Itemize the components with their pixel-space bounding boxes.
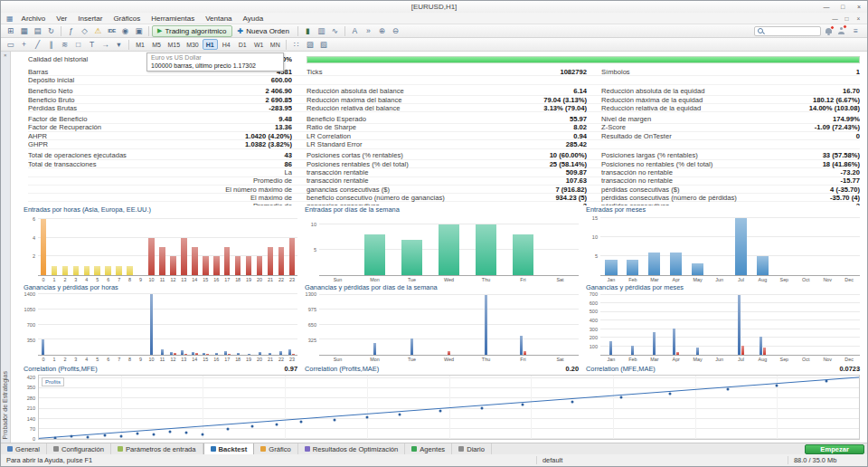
autoscroll-icon[interactable]: A <box>348 25 362 37</box>
search-icon[interactable] <box>758 28 763 33</box>
stat-label: Factor de Recuperación <box>28 123 101 131</box>
chart-close-button[interactable]: × <box>853 15 864 22</box>
stats-row: Beneficio Bruto2 690.85Reducción máxima … <box>28 96 860 104</box>
bar-group <box>731 292 752 355</box>
bar-group <box>125 292 136 355</box>
search-input[interactable] <box>765 28 816 34</box>
tab-grafico[interactable]: Gráfico <box>254 443 297 454</box>
strategy-tester-icon[interactable]: ▧ <box>316 39 330 51</box>
new-chart-icon[interactable]: ⊞ <box>4 25 17 37</box>
text-icon[interactable]: T <box>85 39 99 51</box>
objects-icon[interactable]: ◇ <box>78 25 91 37</box>
user-icon[interactable] <box>836 26 845 35</box>
x-tick-label: 21 <box>265 356 276 363</box>
chart-shift-icon[interactable]: » <box>362 25 375 37</box>
line-chart-icon[interactable]: ∿ <box>328 25 342 37</box>
scatter-point <box>439 410 442 413</box>
tab-parametros-de-entrada[interactable]: Parámetros de entrada <box>111 443 203 454</box>
chart-minimize-button[interactable]: — <box>829 15 841 22</box>
stat-label: Reducción máxima de la equidad <box>601 96 703 104</box>
hamburger-icon[interactable]: ≡ <box>849 25 863 37</box>
strip-close-icon[interactable]: × <box>4 52 7 58</box>
indicators-icon[interactable]: ƒ <box>64 25 78 37</box>
market-depth-icon[interactable]: ▨ <box>303 39 316 51</box>
cursor-icon[interactable]: ▭ <box>4 39 17 51</box>
algo-trading-button[interactable]: ▶Trading algorítmico <box>152 25 232 37</box>
scatter-point <box>480 406 483 409</box>
timeframe-m15[interactable]: M15 <box>165 39 184 50</box>
trendline-icon[interactable]: ╱ <box>31 39 44 51</box>
tab-backtest[interactable]: Backtest <box>203 443 255 454</box>
chart-restore-button[interactable]: □ <box>841 15 853 22</box>
timeframe-h4[interactable]: H4 <box>219 39 234 50</box>
candles-icon[interactable]: ▮ <box>301 25 315 37</box>
tab-agentes[interactable]: Agentes <box>405 443 452 454</box>
profits-mfe-chart: 070140210280350420Profits <box>11 374 867 443</box>
timeframe-m5[interactable]: M5 <box>149 39 165 50</box>
y-tick-label: 600 <box>590 301 598 307</box>
channel-icon[interactable]: ∥ <box>44 39 58 51</box>
start-button[interactable]: Empezar <box>805 444 864 454</box>
chart-bar <box>513 234 533 275</box>
more-tools-icon[interactable]: ▾ <box>112 39 126 51</box>
window-layout-icon[interactable]: ▤ <box>31 25 44 37</box>
x-tick-label: 6 <box>103 276 114 283</box>
tab-resultados-de-optimizacion[interactable]: Resultados de Optimización <box>298 443 406 454</box>
timeframe-m1[interactable]: M1 <box>133 39 148 50</box>
tab-general[interactable]: General <box>1 443 47 454</box>
profiles-icon[interactable]: ▦ <box>17 25 31 37</box>
menu-archivo[interactable]: Archivo <box>16 14 52 23</box>
refresh-icon[interactable]: ↻ <box>44 25 58 37</box>
stat-cell: Z-Score-1.09 (72.43%) <box>601 123 860 131</box>
new-order-button[interactable]: ✚Nueva Orden <box>232 25 295 37</box>
x-tick-label: Aug <box>751 356 773 363</box>
tab-diario[interactable]: Diario <box>452 443 492 454</box>
close-button[interactable]: × <box>851 1 867 13</box>
status-profile[interactable]: default <box>536 456 788 464</box>
tab-icon <box>118 446 123 452</box>
correlation-0: Correlation (Profits,MFE)0.97 <box>24 365 297 373</box>
shapes-icon[interactable]: □ <box>71 39 85 51</box>
tooltip-symbol-name: Euro vs US Dollar <box>151 54 279 62</box>
market-icon[interactable]: ▣ <box>132 25 146 37</box>
x-tick-label: Jan <box>600 276 622 283</box>
zoom-out-icon[interactable]: ⊖ <box>389 25 402 37</box>
fibonacci-icon[interactable]: ≋ <box>58 39 71 51</box>
menu-insertar[interactable]: Insertar <box>72 14 108 23</box>
y-tick-label: 1400 <box>24 292 35 298</box>
timeframe-m30[interactable]: M30 <box>184 39 202 50</box>
toolbar-right-cluster: ≡ <box>754 25 864 37</box>
y-tick-label: 325 <box>308 338 316 343</box>
timeframe-mn[interactable]: MN <box>268 39 283 50</box>
bars-icon[interactable]: ▥ <box>315 25 328 37</box>
crosshair-icon[interactable]: + <box>17 39 31 51</box>
tick-chart-icon[interactable]: ∷ <box>289 39 303 51</box>
bar-group <box>71 214 81 275</box>
ide-icon[interactable]: IDE <box>105 25 118 37</box>
scatter-point <box>726 388 729 391</box>
menu-ayuda[interactable]: Ayuda <box>238 14 269 23</box>
alerts-icon[interactable]: ⚠ <box>91 25 105 37</box>
zoom-in-icon[interactable]: ⊕ <box>375 25 389 37</box>
tab-configuracion[interactable]: Configuración <box>47 443 111 454</box>
stat-label: Posiciones rentables (% del total) <box>307 160 409 168</box>
toolbar-separator <box>128 40 129 50</box>
timeframe-h1[interactable]: H1 <box>203 39 218 50</box>
menu-ver[interactable]: Ver <box>51 14 72 23</box>
toolbar-separator <box>286 40 287 50</box>
profit-loss-charts-row: Ganancias y pérdidas por horas3507001050… <box>11 283 867 363</box>
x-tick-label: 1 <box>49 356 60 363</box>
correlation-label: Correlation (Profits,MFE) <box>24 365 98 373</box>
restore-button[interactable]: □ <box>835 1 851 13</box>
notifications-icon[interactable] <box>825 27 833 34</box>
stat-label: transacción rentable <box>307 168 368 176</box>
menu-graficos[interactable]: Gráficos <box>108 14 146 23</box>
menu-ventana[interactable]: Ventana <box>200 14 237 23</box>
chart-bar <box>692 263 703 275</box>
menu-herramientas[interactable]: Herramientas <box>146 14 200 23</box>
minimize-button[interactable]: — <box>818 1 835 13</box>
timeframe-d1[interactable]: D1 <box>235 39 250 50</box>
timeframe-w1[interactable]: W1 <box>251 39 267 50</box>
community-icon[interactable]: ◉ <box>118 25 132 37</box>
arrows-icon[interactable]: → <box>99 39 112 51</box>
